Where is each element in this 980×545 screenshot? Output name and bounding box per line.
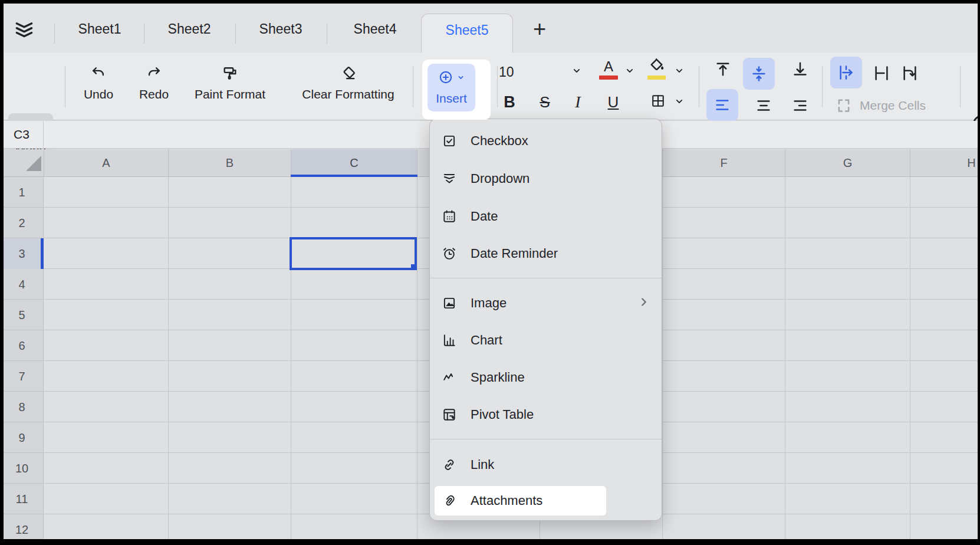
row-header-3-selected[interactable]: 3 — [0, 238, 44, 269]
row-header-10[interactable]: 10 — [0, 453, 44, 484]
spreadsheet-app-window: Sheet1 Sheet2 Sheet3 Sheet4 Sheet5 + Men… — [0, 0, 980, 545]
clear-formatting-button[interactable]: Clear Formatting — [288, 61, 409, 111]
column-header-B[interactable]: B — [168, 149, 291, 176]
selected-column-indicator — [291, 175, 417, 177]
row-header-8[interactable]: 8 — [0, 392, 44, 422]
row-header-11[interactable]: 11 — [0, 484, 44, 514]
menu-item-sparkline[interactable]: Sparkline — [435, 362, 658, 393]
sparkline-icon — [442, 370, 457, 385]
tab-separator — [235, 24, 236, 44]
menu-item-label: Date — [471, 209, 498, 224]
align-middle-icon — [750, 65, 768, 83]
row-header-4[interactable]: 4 — [0, 269, 44, 300]
image-icon — [442, 296, 457, 311]
menu-item-date[interactable]: Date — [435, 201, 658, 232]
menu-item-attachments-highlighted[interactable]: Attachments — [435, 486, 606, 516]
halign-right-button[interactable] — [791, 97, 809, 114]
text-overflow-icon — [837, 64, 855, 81]
text-color-chevron-down-icon[interactable] — [624, 65, 636, 77]
clear-formatting-label: Clear Formatting — [288, 86, 409, 103]
paint-format-button[interactable]: Paint Format — [180, 61, 280, 111]
row-header-5[interactable]: 5 — [0, 300, 44, 330]
toolbar-divider — [413, 66, 413, 107]
halign-center-button[interactable] — [755, 97, 772, 114]
tab-sheet1[interactable]: Sheet1 — [78, 18, 121, 40]
window-frame-bottom — [0, 539, 980, 545]
column-header-C-selected[interactable]: C — [291, 149, 417, 176]
gridline — [662, 177, 663, 539]
italic-button[interactable]: I — [565, 89, 591, 115]
menu-item-date-reminder[interactable]: Date Reminder — [435, 238, 658, 269]
menu-item-image[interactable]: Image — [435, 288, 658, 319]
tab-sheet4[interactable]: Sheet4 — [354, 18, 397, 40]
select-all-corner[interactable] — [0, 149, 44, 176]
menu-item-link[interactable]: Link — [435, 449, 658, 480]
text-overflow-button-active[interactable] — [830, 57, 862, 88]
row-header-9[interactable]: 9 — [0, 422, 44, 453]
window-frame-left — [0, 0, 4, 545]
calendar-icon — [442, 209, 457, 224]
menu-item-label: Date Reminder — [471, 246, 558, 261]
add-sheet-button[interactable]: + — [527, 17, 553, 42]
insert-button-active[interactable]: Insert — [427, 64, 475, 111]
menu-item-checkbox[interactable]: Checkbox — [435, 126, 658, 156]
menu-divider — [430, 278, 662, 278]
merge-cells-icon — [835, 97, 853, 114]
menu-divider — [430, 439, 662, 439]
menu-item-chart[interactable]: Chart — [435, 325, 658, 356]
text-wrap-icon — [901, 64, 919, 82]
valign-middle-button-active[interactable] — [743, 58, 775, 90]
font-size-chevron-down-icon[interactable] — [571, 65, 583, 77]
row-header-6[interactable]: 6 — [0, 330, 44, 361]
gridline — [291, 177, 291, 539]
valign-top-button[interactable] — [714, 60, 732, 78]
redo-button[interactable]: Redo — [130, 61, 178, 111]
tab-sheet3[interactable]: Sheet3 — [259, 18, 302, 40]
align-center-icon — [755, 97, 772, 114]
strikethrough-button[interactable]: S — [532, 89, 558, 115]
cell-reference-box[interactable]: C3 — [0, 121, 44, 148]
fill-color-paint-bucket-icon[interactable] — [647, 56, 666, 75]
tab-sheet2[interactable]: Sheet2 — [168, 18, 211, 40]
merge-cells-button[interactable] — [835, 97, 853, 114]
halign-left-button-active[interactable] — [706, 89, 738, 121]
align-right-icon — [791, 97, 809, 114]
fill-handle[interactable] — [411, 264, 417, 270]
paperclip-icon — [439, 490, 461, 512]
valign-bottom-button[interactable] — [791, 60, 809, 78]
tab-sheet5-active[interactable]: Sheet5 — [421, 14, 513, 53]
text-color-button[interactable]: A — [597, 57, 620, 77]
fill-color-yellow-bar — [647, 75, 666, 80]
text-wrap-button[interactable] — [901, 64, 919, 82]
text-clip-button[interactable] — [873, 64, 890, 82]
column-header-A[interactable]: A — [44, 149, 168, 176]
column-header-H[interactable]: H — [910, 149, 980, 176]
paint-format-label: Paint Format — [180, 86, 280, 103]
undo-icon — [90, 65, 107, 81]
menu-item-pivot-table[interactable]: Pivot Table — [435, 399, 658, 430]
menu-item-label: Link — [471, 457, 494, 472]
menu-item-dropdown[interactable]: Dropdown — [435, 163, 658, 194]
paint-roller-icon — [222, 65, 238, 81]
column-header-G[interactable]: G — [785, 149, 910, 176]
borders-grid-icon[interactable] — [650, 93, 666, 109]
row-header-7[interactable]: 7 — [0, 361, 44, 392]
bold-button[interactable]: B — [496, 89, 522, 115]
menu-item-label: Sparkline — [471, 370, 525, 385]
selected-cell-C3[interactable] — [290, 237, 417, 270]
eraser-icon — [340, 65, 357, 81]
font-size-value[interactable]: 10 — [499, 59, 534, 85]
bar-chart-icon — [442, 333, 457, 348]
menu-item-label: Pivot Table — [471, 407, 534, 422]
borders-chevron-down-icon[interactable] — [673, 96, 685, 107]
row-header-2[interactable]: 2 — [0, 208, 44, 238]
column-header-F[interactable]: F — [662, 149, 785, 176]
underline-button[interactable]: U — [600, 89, 626, 115]
fill-color-chevron-down-icon[interactable] — [673, 65, 685, 77]
undo-button[interactable]: Undo — [74, 61, 123, 111]
app-logo-layers-icon[interactable] — [13, 18, 35, 41]
align-top-icon — [714, 60, 732, 78]
merge-cells-label: Merge Cells — [860, 90, 926, 122]
window-frame-top — [0, 0, 980, 4]
row-header-1[interactable]: 1 — [0, 177, 44, 208]
